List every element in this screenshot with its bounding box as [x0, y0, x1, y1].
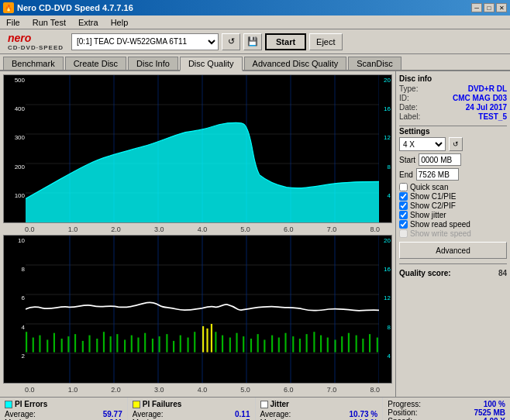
end-label: End — [399, 170, 413, 179]
nero-sub-text: CD·DVD·SPEED — [8, 44, 64, 51]
drive-select[interactable]: [0:1] TEAC DV-W522GMA 6T11 — [71, 33, 219, 50]
svg-rect-46 — [180, 336, 181, 353]
chart-area: 500 400 300 200 100 20 16 12 8 4 — [0, 71, 395, 397]
svg-rect-63 — [292, 336, 294, 352]
svg-rect-33 — [88, 336, 90, 353]
end-input[interactable] — [416, 168, 459, 181]
chart2-y-axis-left: 10 8 6 4 2 — [4, 236, 26, 383]
svg-rect-73 — [362, 339, 364, 353]
tab-scandisc[interactable]: ScanDisc — [348, 57, 401, 70]
start-input[interactable] — [419, 153, 461, 166]
svg-rect-50 — [206, 329, 208, 353]
speed-select[interactable]: 4 X — [399, 137, 446, 151]
save-button[interactable]: 💾 — [243, 33, 262, 50]
svg-rect-67 — [320, 336, 322, 353]
svg-rect-71 — [348, 333, 350, 353]
tab-benchmark[interactable]: Benchmark — [3, 57, 64, 70]
pi-errors-avg-label: Average: — [5, 410, 36, 418]
tab-advanced-disc-quality[interactable]: Advanced Disc Quality — [244, 57, 347, 70]
svg-rect-52 — [215, 332, 216, 352]
tab-disc-info[interactable]: Disc Info — [128, 57, 178, 70]
svg-rect-27 — [47, 339, 48, 352]
svg-rect-35 — [103, 332, 105, 352]
titlebar-left: 🔥 Nero CD-DVD Speed 4.7.7.16 — [3, 2, 133, 13]
pi-failures-avg-label: Average: — [133, 410, 164, 418]
separator1 — [399, 126, 507, 126]
svg-rect-58 — [257, 334, 259, 352]
pie-chart-container: 500 400 300 200 100 20 16 12 8 4 — [3, 74, 392, 223]
speed-row: Speed: 4.00 X — [388, 417, 505, 420]
jitter-avg-label: Average: — [260, 410, 291, 418]
progress-row: Progress: 100 % — [388, 400, 505, 408]
show-c2pif-checkbox[interactable] — [399, 201, 408, 210]
minimize-button[interactable]: ─ — [471, 3, 482, 12]
svg-rect-45 — [173, 341, 174, 353]
disc-label-value: TEST_5 — [478, 112, 507, 121]
close-button[interactable]: ✕ — [496, 3, 507, 12]
tab-disc-quality[interactable]: Disc Quality — [180, 57, 243, 71]
eject-button[interactable]: Eject — [309, 33, 342, 50]
menu-file[interactable]: File — [3, 17, 23, 28]
svg-rect-61 — [278, 338, 280, 353]
svg-rect-47 — [187, 338, 188, 353]
quality-value: 84 — [498, 269, 507, 277]
pi-errors-col: PI Errors Average: 59.77 Maximum: 241 To… — [0, 398, 128, 420]
chart1-inner — [26, 75, 379, 222]
svg-rect-68 — [327, 338, 329, 353]
maximize-button[interactable]: □ — [484, 3, 494, 12]
chart1-y-axis-right: 20 16 12 8 4 — [379, 75, 391, 222]
app-icon: 🔥 — [3, 2, 14, 13]
svg-rect-66 — [313, 332, 315, 352]
speed-value: 4.00 X — [483, 417, 505, 420]
disc-label-label: Label: — [399, 112, 420, 121]
quick-scan-checkbox[interactable] — [399, 183, 408, 191]
svg-rect-24 — [26, 332, 27, 352]
start-button[interactable]: Start — [265, 33, 306, 50]
pi-failures-avg-row: Average: 0.11 — [133, 410, 250, 418]
svg-rect-74 — [369, 334, 370, 352]
svg-rect-51 — [211, 324, 212, 353]
progress-value: 100 % — [484, 400, 505, 408]
menu-extra[interactable]: Extra — [75, 17, 102, 28]
chart1-x-axis: 0.0 1.0 2.0 3.0 4.0 5.0 6.0 7.0 8.0 — [3, 225, 392, 233]
jitter-icon — [260, 401, 268, 408]
disc-id-label: ID: — [399, 94, 409, 102]
show-write-checkbox[interactable] — [399, 229, 408, 238]
tab-create-disc[interactable]: Create Disc — [65, 57, 126, 70]
chart2-svg — [26, 236, 379, 383]
show-read-checkbox[interactable] — [399, 220, 408, 229]
show-jitter-label: Show jitter — [410, 211, 446, 219]
svg-rect-38 — [124, 339, 126, 352]
speed-label: Speed: — [388, 417, 412, 420]
chart1-y-axis-left: 500 400 300 200 100 — [4, 75, 26, 222]
jitter-avg-value: 10.73 % — [350, 410, 378, 418]
menu-run-test[interactable]: Run Test — [29, 17, 69, 28]
svg-rect-25 — [33, 338, 34, 353]
jitter-col: Jitter Average: 10.73 % Maximum: 14.9 % … — [256, 398, 384, 420]
svg-rect-34 — [96, 339, 98, 353]
svg-rect-59 — [264, 339, 265, 352]
svg-rect-72 — [356, 336, 357, 353]
svg-rect-75 — [377, 338, 378, 353]
separator2 — [399, 263, 507, 264]
show-jitter-checkbox[interactable] — [399, 211, 408, 219]
refresh-button[interactable]: ↺ — [222, 33, 240, 50]
jitter-avg-row: Average: 10.73 % — [260, 410, 378, 418]
quality-row: Quality score: 84 — [399, 269, 507, 277]
nero-logo-text: nero — [8, 32, 31, 44]
chart2-x-axis: 0.0 1.0 2.0 3.0 4.0 5.0 6.0 7.0 8.0 — [3, 386, 392, 394]
svg-rect-48 — [194, 332, 195, 352]
menu-help[interactable]: Help — [108, 17, 132, 28]
titlebar-buttons: ─ □ ✕ — [471, 3, 507, 12]
pif-chart-container: 10 8 6 4 2 20 16 12 8 4 — [3, 235, 392, 384]
jitter-title: Jitter — [260, 400, 378, 408]
svg-rect-64 — [299, 339, 301, 353]
menubar: File Run Test Extra Help — [0, 15, 510, 29]
show-c1pie-checkbox[interactable] — [399, 192, 408, 201]
svg-rect-43 — [159, 336, 160, 352]
settings-refresh-button[interactable]: ↺ — [449, 137, 463, 151]
advanced-button[interactable]: Advanced — [399, 242, 507, 259]
chart1-svg — [26, 75, 379, 222]
svg-rect-32 — [82, 341, 84, 353]
quality-label: Quality score: — [399, 269, 451, 277]
